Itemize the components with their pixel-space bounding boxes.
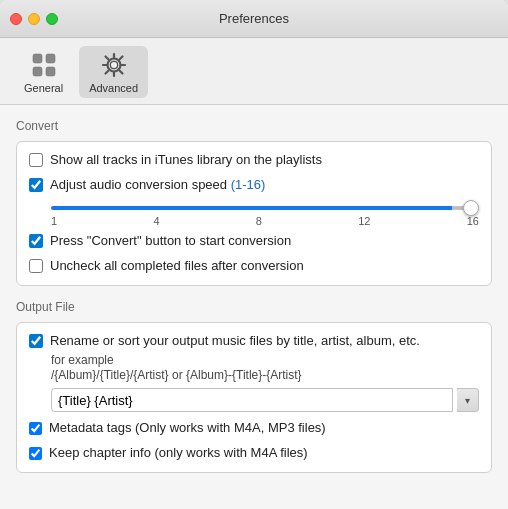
- example-path: /{Album}/{Title}/{Artist} or {Album}-{Ti…: [51, 368, 479, 382]
- tab-advanced[interactable]: Advanced: [79, 46, 148, 98]
- preferences-window: Preferences General: [0, 0, 508, 509]
- rename-checkbox[interactable]: [29, 334, 43, 348]
- adjust-speed-checkbox[interactable]: [29, 178, 43, 192]
- close-button[interactable]: [10, 13, 22, 25]
- toolbar: General Advanced: [0, 38, 508, 105]
- speed-slider[interactable]: [51, 206, 479, 210]
- maximize-button[interactable]: [46, 13, 58, 25]
- press-convert-row: Press "Convert" button to start conversi…: [29, 233, 479, 250]
- tick-12: 12: [358, 215, 370, 227]
- example-label: for example: [51, 353, 479, 367]
- tab-general[interactable]: General: [14, 46, 73, 98]
- output-section-box: Rename or sort your output music files b…: [16, 322, 492, 474]
- content-area: Convert Show all tracks in iTunes librar…: [0, 105, 508, 509]
- speed-slider-container: 1 4 8 12 16: [51, 198, 479, 227]
- press-convert-label: Press "Convert" button to start conversi…: [50, 233, 291, 250]
- output-section-title: Output File: [16, 300, 492, 314]
- rename-row: Rename or sort your output music files b…: [29, 333, 479, 350]
- uncheck-completed-checkbox[interactable]: [29, 259, 43, 273]
- gear-icon: [99, 50, 129, 80]
- show-all-tracks-checkbox[interactable]: [29, 153, 43, 167]
- svg-rect-2: [33, 67, 42, 76]
- slider-ticks: 1 4 8 12 16: [51, 215, 479, 227]
- titlebar: Preferences: [0, 0, 508, 38]
- tick-1: 1: [51, 215, 57, 227]
- svg-point-6: [111, 62, 117, 68]
- template-input-row: ▾: [51, 388, 479, 412]
- minimize-button[interactable]: [28, 13, 40, 25]
- show-all-tracks-row: Show all tracks in iTunes library on the…: [29, 152, 479, 169]
- chapter-label: Keep chapter info (only works with M4A f…: [49, 445, 308, 462]
- rename-label: Rename or sort your output music files b…: [50, 333, 420, 350]
- metadata-label: Metadata tags (Only works with M4A, MP3 …: [49, 420, 326, 437]
- chapter-checkbox[interactable]: [29, 447, 42, 460]
- window-title: Preferences: [219, 11, 289, 26]
- press-convert-checkbox[interactable]: [29, 234, 43, 248]
- metadata-checkbox[interactable]: [29, 422, 42, 435]
- tick-8: 8: [256, 215, 262, 227]
- convert-section-box: Show all tracks in iTunes library on the…: [16, 141, 492, 286]
- svg-rect-1: [46, 54, 55, 63]
- adjust-speed-range: (1-16): [231, 177, 266, 192]
- general-icon: [29, 50, 59, 80]
- general-tab-label: General: [24, 82, 63, 94]
- show-all-tracks-label: Show all tracks in iTunes library on the…: [50, 152, 322, 169]
- template-input[interactable]: [51, 388, 453, 412]
- advanced-tab-label: Advanced: [89, 82, 138, 94]
- uncheck-completed-row: Uncheck all completed files after conver…: [29, 258, 479, 275]
- adjust-speed-label: Adjust audio conversion speed (1-16): [50, 177, 265, 194]
- tick-16: 16: [467, 215, 479, 227]
- adjust-speed-row: Adjust audio conversion speed (1-16): [29, 177, 479, 194]
- metadata-row: Metadata tags (Only works with M4A, MP3 …: [29, 420, 479, 437]
- svg-rect-0: [33, 54, 42, 63]
- speed-slider-wrapper: [51, 198, 479, 213]
- svg-rect-3: [46, 67, 55, 76]
- traffic-lights: [10, 13, 58, 25]
- convert-section-title: Convert: [16, 119, 492, 133]
- chapter-row: Keep chapter info (only works with M4A f…: [29, 445, 479, 462]
- dropdown-chevron-icon: ▾: [465, 395, 470, 406]
- template-dropdown-button[interactable]: ▾: [457, 388, 479, 412]
- tick-4: 4: [153, 215, 159, 227]
- uncheck-completed-label: Uncheck all completed files after conver…: [50, 258, 304, 275]
